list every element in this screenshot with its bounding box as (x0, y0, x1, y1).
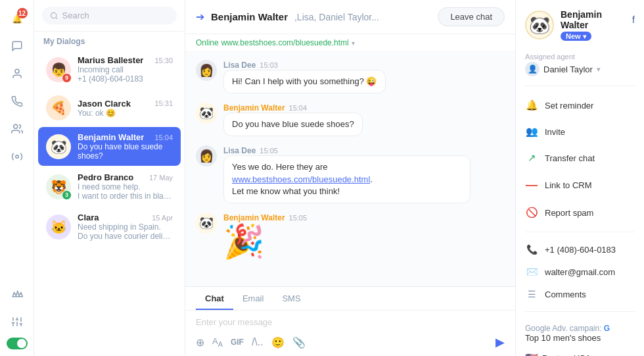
action-crm[interactable]: — Link to CRM (525, 174, 635, 196)
dialog-item-jason[interactable]: 🍕 Jason Clarck 15:31 You: ok 😊 (38, 90, 181, 126)
msg-bubble-lisa2: Yes we do. Here they are www.bestshoes.c… (223, 155, 471, 203)
action-reminder[interactable]: 🔔 Set reminder (525, 95, 635, 115)
dialog-preview-clara: Need shipping in Spain. (78, 222, 173, 232)
action-reminder-label: Set reminder (545, 101, 593, 111)
dialog-preview-benjamin: Do you have blue suede (78, 142, 173, 151)
sidebar-item-automation[interactable] (5, 145, 29, 168)
dialog-name-marius: Marius Ballester (78, 55, 143, 65)
action-transfer-label: Transfer chat (545, 153, 595, 163)
sidebar-item-crown[interactable] (5, 282, 29, 306)
tab-chat[interactable]: Chat (196, 287, 233, 310)
comments-label: Comments (545, 290, 586, 299)
assigned-agent-row: 👤 Daniel Taylor ▾ (525, 62, 635, 76)
dialog-time-clara: 15 Apr (152, 214, 173, 222)
dialog-item-clara[interactable]: 🐱 Clara 15 Apr Need shipping in Spain. D… (38, 207, 181, 246)
dialog-content-jason: Jason Clarck 15:31 You: ok 😊 (78, 99, 173, 118)
search-input[interactable] (62, 11, 169, 20)
sidebar-item-team[interactable] (5, 117, 29, 141)
action-spam[interactable]: 🚫 Report spam (525, 203, 635, 222)
avatar-jason: 🍕 (46, 95, 71, 120)
msg-time-lisa1: 15:03 (260, 61, 278, 69)
assigned-label: Assigned agent (525, 53, 635, 61)
dialog-preview2-pedro: I want to order this in black. (78, 191, 173, 201)
transfer-icon: ↗ (525, 152, 538, 164)
location-text: Boston, USA (542, 353, 591, 356)
msg-avatar-benjamin1: 🐼 (196, 103, 217, 124)
dialog-content-clara: Clara 15 Apr Need shipping in Spain. Do … (78, 213, 173, 241)
message-row-2: 🐼 Benjamin Walter15:04 Do you have blue … (196, 103, 505, 136)
sidebar-item-phone[interactable] (5, 89, 29, 113)
input-toolbar: ⊕ AA GIF /\.. 🙂 📎 ▶ (185, 331, 515, 356)
dialog-name-clara: Clara (78, 213, 99, 222)
send-button[interactable]: ▶ (495, 335, 505, 349)
dialog-item-marius[interactable]: 👦 9 Marius Ballester 15:30 Incoming call… (38, 50, 181, 89)
msg-sender-benjamin1: Benjamin Walter (223, 103, 285, 113)
svg-point-12 (51, 13, 57, 18)
msg-body-benjamin1: Benjamin Walter15:04 Do you have blue su… (223, 103, 363, 136)
contact-comments-row: ☰ Comments (525, 286, 635, 302)
flag-icon: 🇺🇸 (525, 352, 538, 356)
dialog-item-benjamin[interactable]: 🐼 Benjamin Walter 15:04 Do you have blue… (38, 127, 181, 166)
chat-tabs: Chat Email SMS (185, 287, 515, 311)
google-g-icon: G (604, 324, 610, 333)
chat-input-area: Chat Email SMS Enter your message ⊕ AA G… (185, 286, 515, 356)
dialog-name-jason: Jason Clarck (78, 99, 131, 109)
status-toggle[interactable] (7, 338, 28, 349)
action-crm-label: Link to CRM (545, 180, 592, 190)
msg-emoji-celebration: 🎉 (223, 225, 307, 258)
dialog-preview-jason: You: ok 😊 (78, 109, 173, 118)
dialog-preview2-marius: +1 (408)-604-0183 (78, 74, 173, 84)
msg-bubble-lisa1: Hi! Can I help with you something? 😜 (223, 70, 386, 93)
agent-name: Daniel Taylor (543, 64, 593, 74)
slash-icon[interactable]: /\.. (252, 336, 264, 348)
format-icon[interactable]: AA (212, 336, 223, 348)
action-invite[interactable]: 👥 Invite (525, 122, 635, 141)
agent-chevron-icon: ▾ (597, 65, 601, 74)
dialog-name-benjamin: Benjamin Walter (78, 132, 144, 142)
dialog-time-pedro: 17 May (149, 174, 173, 182)
sidebar-item-contacts[interactable] (5, 62, 29, 86)
svg-point-2 (15, 155, 18, 159)
chat-url-link[interactable]: www.bestshoes.com/bluesuede.html (221, 38, 349, 47)
msg-avatar-lisa2: 👩 (196, 145, 217, 166)
msg-body-benjamin2: Benjamin Walter15:05 🎉 (223, 213, 307, 258)
chat-area: ➔ Benjamin Walter ,Lisa, Daniel Taylor..… (185, 0, 516, 356)
avatar-marius: 👦 9 (46, 57, 71, 82)
dialog-item-pedro[interactable]: 🐯 3 Pedro Branco 17 May I need some help… (38, 167, 181, 206)
agent-avatar: 👤 (525, 62, 540, 76)
chat-url-bar: Online www.bestshoes.com/bluesuede.html … (185, 34, 515, 52)
action-transfer[interactable]: ↗ Transfer chat (525, 148, 635, 168)
divider-1 (525, 86, 635, 86)
bell-action-icon: 🔔 (525, 99, 538, 111)
tab-email[interactable]: Email (233, 287, 273, 310)
sidebar-item-settings[interactable] (5, 310, 29, 334)
msg-avatar-benjamin2: 🐼 (196, 213, 217, 234)
gif-icon[interactable]: GIF (231, 338, 244, 347)
chevron-down-icon: ▾ (352, 39, 355, 47)
tab-sms[interactable]: SMS (273, 287, 310, 310)
online-toggle[interactable] (5, 338, 29, 349)
sidebar-item-notifications[interactable]: 🔔 12 (5, 7, 29, 30)
spam-icon: 🚫 (525, 207, 538, 218)
contact-phone-row: 📞 +1 (408)-604-0183 (525, 242, 635, 257)
shoes-link[interactable]: www.bestshoes.com/bluesuede.html (232, 174, 370, 184)
dialog-time-marius: 15:30 (154, 57, 173, 64)
sidebar-item-chat[interactable] (5, 34, 29, 58)
dialog-time-benjamin: 15:04 (154, 134, 173, 141)
leave-chat-button[interactable]: Leave chat (438, 7, 505, 26)
google-campaign-value: Top 10 men's shoes (525, 333, 635, 343)
contact-status-badge[interactable]: New ▾ (561, 32, 591, 41)
divider-3 (525, 311, 635, 312)
svg-point-1 (13, 124, 17, 128)
unread-badge-pedro: 3 (62, 190, 72, 200)
dialog-name-pedro: Pedro Branco (78, 172, 133, 182)
contact-name: Benjamin Walter (561, 9, 630, 30)
emoji-icon[interactable]: 🙂 (271, 336, 285, 349)
dialog-content-marius: Marius Ballester 15:30 Incoming call +1 … (78, 55, 173, 84)
avatar-benjamin: 🐼 (46, 134, 71, 159)
dialog-time-jason: 15:31 (154, 99, 173, 107)
dialog-list: 👦 9 Marius Ballester 15:30 Incoming call… (34, 49, 185, 356)
attachment-icon[interactable]: ⊕ (196, 336, 204, 349)
paperclip-icon[interactable]: 📎 (292, 336, 306, 349)
search-icon (50, 11, 58, 20)
